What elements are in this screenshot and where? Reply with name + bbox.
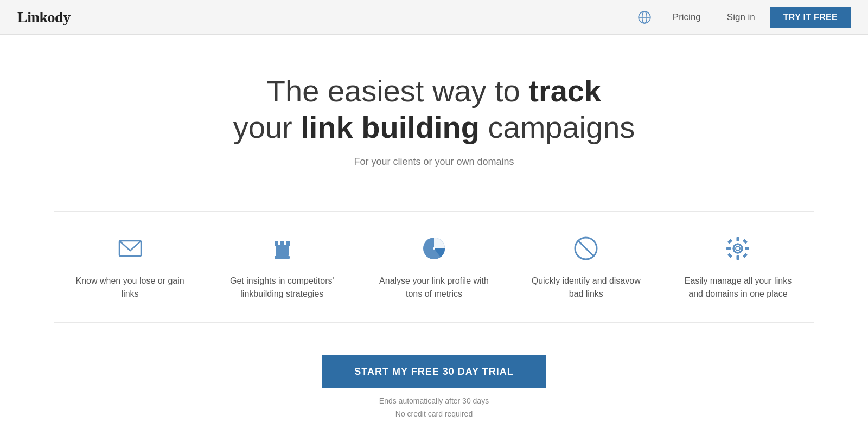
pricing-link[interactable]: Pricing [662,8,712,27]
svg-rect-10 [284,241,286,244]
svg-rect-16 [737,237,739,241]
hero-title: The easiest way to track your link build… [201,73,667,145]
hero-title-text3: campaigns [480,110,635,144]
cta-note: Ends automatically after 30 days No cred… [322,395,546,421]
feature-text-links: Know when you lose or gain links [71,274,189,300]
feature-text-competitors: Get insights in competitors' linkbuildin… [222,274,341,300]
chess-rook-icon [267,233,297,264]
cta-note-line2: No credit card required [395,410,473,418]
feature-item-disavow: Quickly identify and disavow bad links [510,212,662,322]
feature-text-analyse: Analyse your link profile with tons of m… [374,274,493,300]
block-icon [571,233,601,264]
svg-rect-21 [743,239,748,244]
hero-title-bold1: track [528,74,601,108]
feature-item-manage: Easily manage all your links and domains… [662,212,814,322]
gear-icon [723,233,753,264]
hero-title-text2: your [233,110,301,144]
main-content: The easiest way to track your link build… [0,35,868,435]
svg-point-12 [433,247,435,250]
globe-icon [636,9,653,26]
start-trial-button[interactable]: START MY FREE 30 DAY TRIAL [322,355,546,388]
svg-rect-23 [743,253,748,258]
feature-item-links: Know when you lose or gain links [54,212,206,322]
hero-section: The easiest way to track your link build… [190,35,678,195]
svg-rect-5 [276,245,289,256]
svg-rect-4 [275,256,290,259]
email-icon [115,233,145,264]
main-nav: Pricing Sign in TRY IT FREE [636,7,851,28]
feature-item-competitors: Get insights in competitors' linkbuildin… [206,212,358,322]
svg-rect-6 [275,241,278,246]
site-header: Linkody Pricing Sign in TRY IT FREE [0,0,868,35]
signin-link[interactable]: Sign in [716,8,766,27]
hero-title-bold2: link building [301,110,480,144]
svg-rect-9 [278,241,280,244]
features-row: Know when you lose or gain links Get ins… [54,211,814,323]
svg-line-14 [578,240,594,257]
hero-subtitle: For your clients or your own domains [201,156,667,168]
svg-rect-22 [727,253,732,258]
feature-text-manage: Easily manage all your links and domains… [679,274,797,300]
feature-item-analyse: Analyse your link profile with tons of m… [358,212,510,322]
svg-rect-19 [745,247,749,250]
cta-section: START MY FREE 30 DAY TRIAL Ends automati… [311,323,557,435]
svg-rect-18 [726,247,731,250]
svg-rect-20 [727,239,732,244]
svg-rect-7 [280,241,284,246]
try-free-button[interactable]: TRY IT FREE [770,7,851,28]
svg-rect-17 [737,255,739,260]
site-logo: Linkody [17,9,71,26]
svg-rect-8 [286,241,290,246]
hero-title-text1: The easiest way to [267,74,528,108]
cta-note-line1: Ends automatically after 30 days [379,396,489,405]
chart-pie-icon [419,233,449,264]
feature-text-disavow: Quickly identify and disavow bad links [527,274,646,300]
svg-point-26 [736,247,739,250]
